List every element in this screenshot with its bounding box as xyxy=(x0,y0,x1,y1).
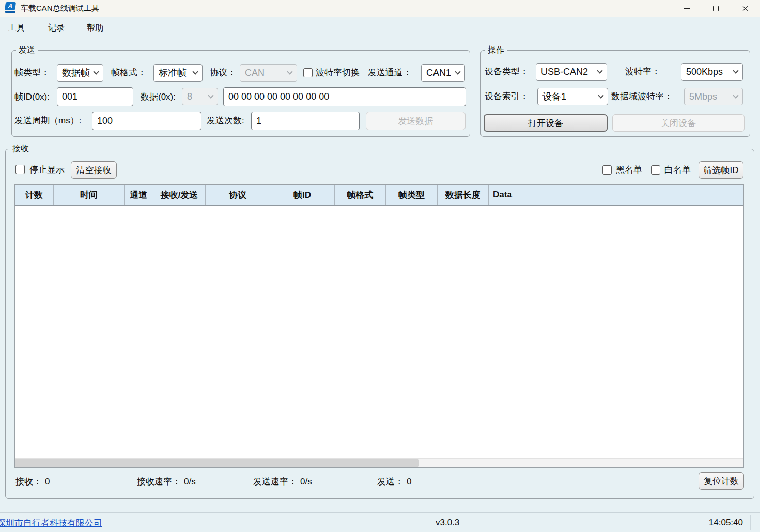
send-times-label: 发送次数: xyxy=(207,112,244,130)
company-link[interactable]: 深圳市自行者科技有限公司 xyxy=(0,517,102,529)
data-baud-select: 5Mbps xyxy=(684,88,743,105)
frame-id-input[interactable] xyxy=(57,87,133,106)
frame-id-label: 帧ID(0x): xyxy=(14,87,50,106)
chevron-down-icon xyxy=(93,69,99,74)
chevron-down-icon xyxy=(733,92,738,98)
whitelist-label: 白名单 xyxy=(664,161,691,179)
app-logo-icon: A xyxy=(5,2,17,14)
chevron-down-icon xyxy=(597,68,602,73)
blacklist-label: 黑名单 xyxy=(616,161,642,179)
close-device-button: 关闭设备 xyxy=(612,114,745,132)
maximize-icon xyxy=(713,6,719,11)
col-count[interactable]: 计数 xyxy=(15,185,54,205)
chevron-down-icon xyxy=(733,68,738,73)
baud-switch-label: 波特率切换 xyxy=(316,64,360,82)
baud-switch-checkbox[interactable] xyxy=(303,68,313,77)
col-frame-format[interactable]: 帧格式 xyxy=(335,185,386,205)
send-count-value: 0 xyxy=(407,477,411,487)
device-type-select[interactable]: USB-CAN2 xyxy=(536,63,607,81)
recv-count-stat: 接收：0 xyxy=(15,476,50,488)
data-length-label: 数据(0x): xyxy=(141,87,176,106)
reset-count-button[interactable]: 复位计数 xyxy=(699,472,744,490)
col-data[interactable]: Data xyxy=(489,185,743,205)
col-data-length[interactable]: 数据长度 xyxy=(438,185,489,205)
baud-rate-select[interactable]: 500Kbps xyxy=(681,63,743,81)
scrollbar-thumb[interactable] xyxy=(15,459,419,467)
send-count-stat: 发送：0 xyxy=(377,476,411,488)
clock: 14:05:40 xyxy=(709,518,743,528)
send-rate-stat: 发送速率：0/s xyxy=(253,476,312,488)
recv-rate-stat: 接收速率：0/s xyxy=(137,476,196,488)
minimize-button[interactable] xyxy=(672,0,701,17)
close-icon xyxy=(742,5,749,12)
baud-rate-label: 波特率： xyxy=(625,63,660,81)
receive-table-header: 计数 时间 通道 接收/发送 协议 帧ID 帧格式 帧类型 数据长度 Data xyxy=(15,185,743,206)
chevron-down-icon xyxy=(287,69,292,74)
statusbar-divider xyxy=(750,515,751,530)
frame-type-select[interactable]: 数据帧 xyxy=(57,64,103,82)
menu-help[interactable]: 帮助 xyxy=(87,21,103,35)
clear-receive-button[interactable]: 清空接收 xyxy=(71,161,117,179)
data-bytes-input[interactable] xyxy=(223,87,466,106)
protocol-select: CAN xyxy=(240,64,297,82)
send-data-button: 发送数据 xyxy=(366,112,466,130)
status-bar: 深圳市自行者科技有限公司 v3.0.3 14:05:40 xyxy=(0,512,760,532)
frame-type-label: 帧类型： xyxy=(14,64,50,82)
col-channel[interactable]: 通道 xyxy=(125,185,153,205)
chevron-down-icon xyxy=(192,69,198,74)
frame-format-select[interactable]: 标准帧 xyxy=(153,64,203,82)
window-title: 车载CAN总线调试工具 xyxy=(21,0,99,17)
open-device-button[interactable]: 打开设备 xyxy=(484,114,608,132)
send-rate-value: 0/s xyxy=(300,477,312,487)
receive-table: 计数 时间 通道 接收/发送 协议 帧ID 帧格式 帧类型 数据长度 Data xyxy=(14,184,744,468)
stop-display-checkbox[interactable] xyxy=(15,165,25,174)
stop-display-label: 停止显示 xyxy=(29,161,65,179)
device-index-label: 设备索引： xyxy=(485,88,529,105)
col-rx-tx[interactable]: 接收/发送 xyxy=(153,185,206,205)
frame-format-label: 帧格式： xyxy=(111,64,146,82)
receive-group-label: 接收 xyxy=(10,144,32,154)
receive-table-body xyxy=(15,206,743,458)
recv-rate-value: 0/s xyxy=(184,477,196,487)
send-channel-label: 发送通道： xyxy=(368,64,412,82)
chevron-down-icon xyxy=(455,69,460,74)
operation-group-label: 操作 xyxy=(485,45,507,56)
col-protocol[interactable]: 协议 xyxy=(206,185,270,205)
send-channel-select[interactable]: CAN1 xyxy=(421,64,465,82)
blacklist-checkbox[interactable] xyxy=(602,165,612,175)
close-button[interactable] xyxy=(731,0,760,17)
recv-count-value: 0 xyxy=(45,477,50,487)
col-frame-type[interactable]: 帧类型 xyxy=(386,185,438,205)
maximize-button[interactable] xyxy=(701,0,731,17)
app-version: v3.0.3 xyxy=(436,518,459,528)
device-index-select[interactable]: 设备1 xyxy=(537,88,608,105)
device-type-label: 设备类型： xyxy=(485,63,529,81)
dlc-select: 8 xyxy=(182,88,218,105)
filter-frame-id-button[interactable]: 筛选帧ID xyxy=(699,161,743,179)
horizontal-scrollbar[interactable] xyxy=(15,458,743,467)
send-group-label: 发送 xyxy=(16,45,38,56)
col-time[interactable]: 时间 xyxy=(54,185,125,205)
data-baud-label: 数据域波特率： xyxy=(611,88,673,105)
send-period-input[interactable] xyxy=(92,112,201,130)
minimize-icon xyxy=(684,8,690,9)
chevron-down-icon xyxy=(208,92,213,98)
send-period-label: 发送周期（ms）: xyxy=(14,112,81,130)
chevron-down-icon xyxy=(598,92,603,98)
col-frame-id[interactable]: 帧ID xyxy=(270,185,335,205)
statusbar-divider xyxy=(108,515,108,530)
menu-tools[interactable]: 工具 xyxy=(8,21,25,35)
send-times-input[interactable] xyxy=(251,112,360,130)
title-bar: A 车载CAN总线调试工具 xyxy=(0,0,760,17)
protocol-label: 协议： xyxy=(210,64,236,82)
whitelist-checkbox[interactable] xyxy=(651,165,660,175)
menu-record[interactable]: 记录 xyxy=(48,21,65,35)
